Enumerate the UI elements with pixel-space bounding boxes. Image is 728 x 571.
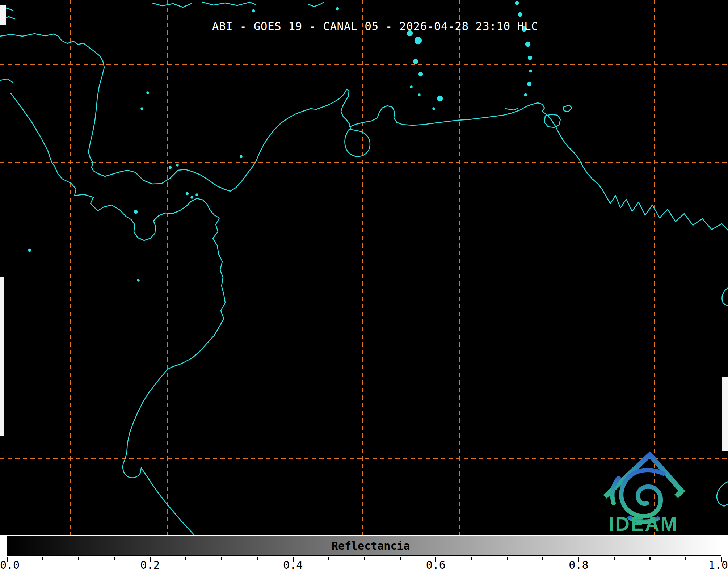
lesser-antilles-arc — [407, 1, 532, 110]
coastline-right-edge-hook — [722, 288, 728, 306]
colorbar-minor-tick — [542, 557, 543, 560]
logo-wordmark: IDEAM — [609, 513, 678, 533]
coastline-nicaragua-pacific — [11, 93, 51, 161]
colorbar-tick-label: 0.2 — [140, 559, 160, 571]
coastline-pacific-south-america — [51, 161, 225, 535]
colorbar-panel: Reflectancia 0.00.20.40.60.81.0 — [0, 535, 728, 571]
coastline-hispaniola-fragment-west — [152, 3, 191, 7]
coastline-puerto-rico-fragment — [308, 2, 324, 7]
coastline-hispaniola-fragment-east — [203, 2, 255, 5]
colorbar-minor-tick — [42, 557, 43, 560]
colorbar-tick-label: 0.8 — [569, 559, 588, 571]
colorbar-minor-tick — [649, 557, 651, 560]
colorbar-label: Reflectancia — [332, 539, 410, 552]
scan-edge-artifacts — [0, 5, 728, 451]
colorbar-minor-tick — [400, 557, 401, 560]
colorbar-minor-tick — [328, 557, 329, 560]
colorbar-tick-label: 0.6 — [426, 559, 446, 571]
coastline-fonseca-fragment — [0, 79, 13, 83]
coastline-tobago — [563, 105, 572, 112]
ideam-logo: IDEAM — [599, 450, 691, 533]
colorbar-tick-label: 0.4 — [283, 559, 303, 571]
colorbar-minor-tick — [114, 557, 115, 560]
colorbar-tick-label: 0.0 — [0, 559, 20, 571]
colorbar-minor-tick — [221, 557, 222, 560]
colorbar-minor-tick — [685, 557, 686, 560]
logo-roof-icon — [605, 455, 682, 497]
coastline-bottom-right-fragment — [717, 482, 728, 506]
small-islands — [29, 8, 338, 281]
colorbar-gradient-track: Reflectancia — [7, 536, 721, 556]
colorbar-minor-tick — [78, 557, 79, 560]
colorbar-minor-tick — [471, 557, 472, 560]
colorbar-minor-tick — [185, 557, 186, 560]
colorbar-minor-tick — [364, 557, 365, 560]
coastline-venezuela-guianas — [350, 103, 728, 230]
colorbar-minor-tick — [257, 557, 258, 560]
image-title: ABI - GOES 19 - CANAL 05 - 2026-04-28 23… — [212, 20, 538, 33]
colorbar-minor-tick — [507, 557, 508, 560]
coastline-nicaragua-panama-caribbean — [0, 34, 350, 191]
coastline-margarita — [505, 108, 518, 110]
coastline-lake-maracaibo — [345, 130, 370, 156]
satellite-image-viewport: ABI - GOES 19 - CANAL 05 - 2026-04-28 23… — [0, 0, 728, 571]
colorbar-tick-label: 1.0 — [708, 559, 728, 571]
colorbar-minor-tick — [614, 557, 615, 560]
